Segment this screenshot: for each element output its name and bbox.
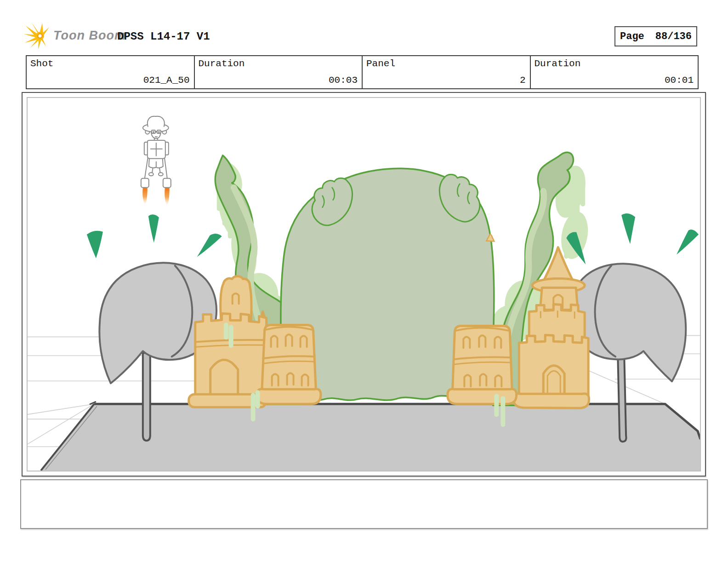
flame-right <box>165 188 170 206</box>
toonboom-starburst-icon <box>24 22 51 50</box>
storyboard-drawing <box>27 98 700 471</box>
cell-shot: Shot 021_A_50 <box>27 56 194 88</box>
page-label: Page <box>620 31 644 42</box>
panel-duration-value: 00:01 <box>665 75 694 86</box>
storyboard-panel-frame <box>22 92 706 477</box>
brand-text: Toon Boom <box>53 29 126 43</box>
panel-value: 2 <box>520 75 526 86</box>
cell-panel-duration: Duration 00:01 <box>530 56 698 88</box>
sandbox-platform <box>41 402 700 471</box>
panel-label: Panel <box>366 58 395 69</box>
caption-box <box>20 479 708 529</box>
shot-label: Shot <box>30 58 53 69</box>
storyboard-canvas <box>27 97 701 471</box>
shot-duration-label: Duration <box>199 58 245 69</box>
cell-panel: Panel 2 <box>362 56 530 88</box>
jetpack-kid <box>141 116 171 206</box>
tree-left-trunk <box>143 353 150 441</box>
flame-left <box>142 188 148 205</box>
shot-value: 021_A_50 <box>143 75 190 86</box>
tree-right-trunk <box>618 353 626 442</box>
page-value: 88/136 <box>655 31 692 42</box>
shot-duration-value: 00:03 <box>329 75 358 86</box>
cell-shot-duration: Duration 00:03 <box>194 56 362 88</box>
page-title: DPSS L14-17 V1 <box>117 30 210 43</box>
page-number-box: Page 88/136 <box>614 26 697 46</box>
panel-duration-label: Duration <box>535 58 581 69</box>
shot-info-row: Shot 021_A_50 Duration 00:03 Panel 2 Dur… <box>26 55 699 89</box>
hat-crown <box>148 116 165 126</box>
